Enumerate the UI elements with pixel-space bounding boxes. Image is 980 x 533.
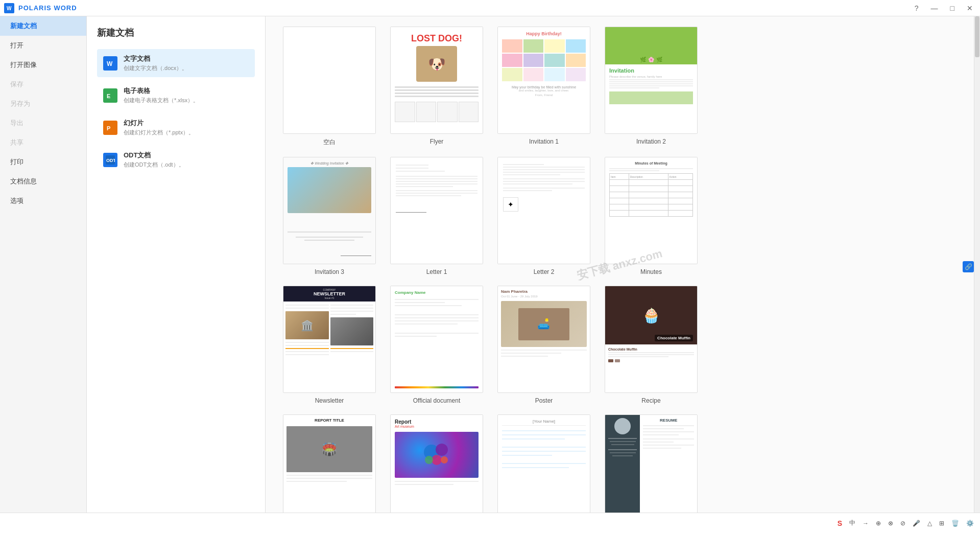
template-thumb-invitation1[interactable]: Happy Birthday! xyxy=(497,27,590,134)
template-thumb-blank[interactable] xyxy=(283,27,376,134)
word-desc: 创建文字文档（.docx）。 xyxy=(124,64,249,72)
template-thumb-invitation2[interactable]: 🌿 🌸 🌿 Invitation Please describe the ven… xyxy=(605,27,698,134)
sidebar-item-options[interactable]: 选项 xyxy=(0,191,86,211)
minimize-button[interactable]: — xyxy=(928,3,941,13)
scrollbar-thumb[interactable] xyxy=(975,16,979,57)
doc-type-ppt[interactable]: P 幻灯片 创建幻灯片文档（*.pptx）。 xyxy=(97,113,255,142)
min-cell-6 xyxy=(668,180,692,186)
word-icon: W xyxy=(103,56,117,71)
flyer-strip-3 xyxy=(437,102,458,122)
news-col-2 xyxy=(330,304,374,390)
template-item-poster[interactable]: Nam Pharetra Oct 01 June - 29 July 2019 … xyxy=(495,286,592,404)
doc-type-excel[interactable]: E 电子表格 创建电子表格文档（*.xlsx）。 xyxy=(97,81,255,109)
template-thumb-invitation3[interactable]: ✤ Wedding Invitation ✤ xyxy=(283,157,376,264)
rp3-l6 xyxy=(502,455,552,456)
template-item-letter1[interactable]: Letter 1 xyxy=(388,157,485,275)
template-label-newsletter: Newsletter xyxy=(315,397,344,404)
template-thumb-minutes[interactable]: Minutes of Meeting Item Description Acti… xyxy=(605,157,698,264)
minutes-title: Minutes of Meeting xyxy=(609,161,693,165)
scrollbar-track[interactable] xyxy=(974,16,980,513)
official-rainbow xyxy=(395,386,479,388)
taskbar-item-4[interactable]: 🎤 xyxy=(911,519,922,528)
nc1-l6 xyxy=(285,354,329,355)
l2-stamp-area: ✦ xyxy=(503,196,585,212)
template-area[interactable]: 空白 LOST DOG! 🐶 xyxy=(266,16,974,513)
min-cell-21 xyxy=(668,211,692,217)
off-l4 xyxy=(395,314,479,315)
news-body: 🏛️ xyxy=(283,302,375,392)
taskbar-item-5[interactable]: △ xyxy=(925,519,934,528)
taskbar-item-2[interactable]: ⊗ xyxy=(886,519,895,528)
svg-text:ODT: ODT xyxy=(106,158,115,163)
close-button[interactable]: ✕ xyxy=(964,3,976,13)
template-thumb-letter2[interactable]: ✦ xyxy=(497,157,590,264)
template-thumb-resume[interactable]: RESUME xyxy=(605,414,698,513)
template-item-invitation1[interactable]: Happy Birthday! xyxy=(495,27,592,147)
sidebar-item-print[interactable]: 打印 xyxy=(0,152,86,172)
sidebar-item-doc-info[interactable]: 文档信息 xyxy=(0,172,86,191)
template-thumb-newsletter[interactable]: COMPANY NEWSLETTER Issue #1 🏛️ xyxy=(283,286,376,393)
l1-line-4 xyxy=(396,176,477,177)
svg-text:E: E xyxy=(107,93,110,99)
template-item-invitation3[interactable]: ✤ Wedding Invitation ✤ Invitation 3 xyxy=(281,157,378,275)
doc-type-odt[interactable]: ODT ODT文档 创建ODT文档（.odt）。 xyxy=(97,146,255,174)
doc-type-word[interactable]: W 文字文档 创建文字文档（.docx）。 xyxy=(97,49,255,77)
inv1-grid xyxy=(502,39,586,81)
template-thumb-flyer[interactable]: LOST DOG! 🐶 xyxy=(390,27,483,134)
resume-left-l6 xyxy=(612,455,632,456)
sidebar-item-new-doc[interactable]: 新建文档 xyxy=(0,16,86,36)
off-spacer xyxy=(395,338,479,383)
official-company: Company Name xyxy=(395,290,479,295)
min-cell-11 xyxy=(629,192,668,198)
nc1-orange xyxy=(285,348,329,349)
min-line-1 xyxy=(609,168,693,169)
ppt-icon: P xyxy=(103,121,117,135)
off-l5 xyxy=(395,317,479,318)
recipe-badge-1 xyxy=(608,359,613,362)
template-item-letter2[interactable]: ✦ Letter 2 xyxy=(495,157,592,275)
nc1-l1 xyxy=(285,305,329,306)
template-item-flyer[interactable]: LOST DOG! 🐶 xyxy=(388,27,485,147)
recipe-muffin-icon: 🧁 xyxy=(642,307,660,324)
template-item-invitation2[interactable]: 🌿 🌸 🌿 Invitation Please describe the ven… xyxy=(603,27,700,147)
template-item-report1[interactable]: REPORT TITLE 🏟️ Report 1 xyxy=(281,414,378,513)
template-thumb-recipe[interactable]: 🧁 Chocolate Muffin Chocolate Muffin xyxy=(605,286,698,393)
template-thumb-report3[interactable]: [Your Name] xyxy=(497,414,590,513)
template-thumb-report2[interactable]: Report Art museum xyxy=(390,414,483,513)
poster-l1 xyxy=(501,350,587,351)
template-thumb-report1[interactable]: REPORT TITLE 🏟️ xyxy=(283,414,376,513)
template-item-report3[interactable]: [Your Name] Report 3 xyxy=(495,414,592,513)
middle-panel: 新建文档 W 文字文档 创建文字文档（.docx）。 E xyxy=(87,16,266,513)
template-item-minutes[interactable]: Minutes of Meeting Item Description Acti… xyxy=(603,157,700,275)
help-button[interactable]: ? xyxy=(912,3,922,13)
template-item-report2[interactable]: Report Art museum xyxy=(388,414,485,513)
report3-name: [Your Name] xyxy=(502,419,586,426)
maximize-button[interactable]: □ xyxy=(947,3,958,13)
template-item-recipe[interactable]: 🧁 Chocolate Muffin Chocolate Muffin xyxy=(603,286,700,404)
flyer-strip-4 xyxy=(459,102,479,122)
taskbar-item-7[interactable]: 🗑️ xyxy=(949,519,961,528)
taskbar-item-6[interactable]: ⊞ xyxy=(937,519,946,528)
right-edge-icon[interactable]: 🔗 xyxy=(963,261,974,272)
template-thumb-letter1[interactable] xyxy=(390,157,483,264)
min-cell-5 xyxy=(629,180,668,186)
minutes-table: Item Description Action xyxy=(609,173,693,217)
template-item-blank[interactable]: 空白 xyxy=(281,27,378,147)
sidebar: 新建文档 打开 打开图像 保存 另存为 导出 共享 打印 文档信息 选项 xyxy=(0,16,87,513)
template-thumb-poster[interactable]: Nam Pharetra Oct 01 June - 29 July 2019 … xyxy=(497,286,590,393)
panel-title: 新建文档 xyxy=(97,27,255,39)
taskbar-item-1[interactable]: ⊕ xyxy=(874,519,883,528)
sidebar-item-open-image[interactable]: 打开图像 xyxy=(0,55,86,75)
taskbar-item-arrow[interactable]: → xyxy=(861,519,871,528)
template-item-resume[interactable]: RESUME Resume xyxy=(603,414,700,513)
resume-left-l4 xyxy=(608,449,637,450)
sidebar-item-open[interactable]: 打开 xyxy=(0,36,86,55)
rp2-l2 xyxy=(395,484,453,485)
taskbar-item-3[interactable]: ⊘ xyxy=(898,519,907,528)
template-item-newsletter[interactable]: COMPANY NEWSLETTER Issue #1 🏛️ xyxy=(281,286,378,404)
inv1-header: Happy Birthday! xyxy=(526,31,562,36)
taskbar-item-chinese[interactable]: 中 xyxy=(847,518,857,528)
template-thumb-official[interactable]: Company Name xyxy=(390,286,483,393)
template-item-official[interactable]: Company Name xyxy=(388,286,485,404)
taskbar-item-8[interactable]: ⚙️ xyxy=(964,519,976,528)
